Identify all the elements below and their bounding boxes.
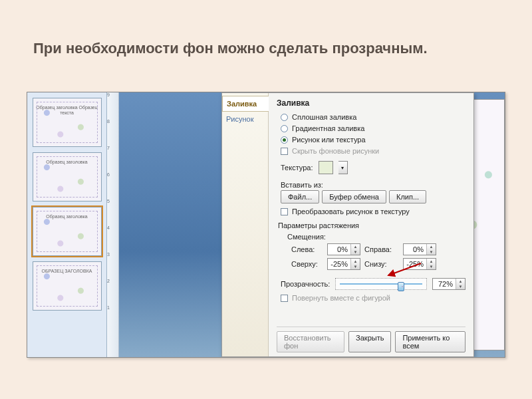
bottom-label: Снизу: bbox=[364, 260, 399, 268]
slide-thumb[interactable]: Образец заголовка Образец текста bbox=[33, 98, 102, 147]
spinner-value: 72% bbox=[433, 280, 456, 288]
spinner-arrows-icon[interactable]: ▲▼ bbox=[350, 259, 360, 269]
radio-icon bbox=[281, 125, 288, 132]
radio-picture-texture[interactable]: Рисунок или текстура bbox=[281, 136, 466, 144]
checkbox-icon bbox=[281, 148, 288, 155]
checkbox-hide-bg[interactable]: Скрыть фоновые рисунки bbox=[281, 147, 466, 155]
spinner-arrows-icon[interactable]: ▲▼ bbox=[426, 259, 436, 269]
texture-label: Текстура: bbox=[281, 164, 313, 172]
radio-label: Градиентная заливка bbox=[292, 124, 364, 132]
right-label: Справа: bbox=[364, 245, 399, 253]
transparency-slider[interactable] bbox=[335, 278, 427, 290]
top-spinner[interactable]: -25% ▲▼ bbox=[327, 258, 360, 270]
spinner-value: -25% bbox=[404, 260, 426, 268]
checkbox-icon bbox=[281, 208, 288, 215]
clipboard-button[interactable]: Буфер обмена bbox=[322, 190, 386, 203]
checkbox-rotate: Повернуть вместе с фигурой bbox=[281, 294, 466, 302]
slide-thumb[interactable]: Образец заголовка bbox=[33, 152, 102, 201]
left-label: Слева: bbox=[291, 245, 323, 253]
apply-all-button[interactable]: Применить ко всем bbox=[395, 331, 466, 352]
checkbox-label: Скрыть фоновые рисунки bbox=[292, 147, 379, 155]
checkbox-label: Преобразовать рисунок в текстуру bbox=[292, 207, 410, 215]
transparency-spinner[interactable]: 72% ▲▼ bbox=[432, 278, 466, 290]
slide-thumb[interactable]: ОБРАЗЕЦ ЗАГОЛОВКА bbox=[33, 261, 102, 311]
spinner-arrows-icon[interactable]: ▲▼ bbox=[456, 279, 465, 289]
format-background-dialog: Заливка Рисунок Заливка Сплошная заливка… bbox=[221, 92, 474, 357]
insert-from-label: Вставить из: bbox=[281, 181, 466, 189]
slide-canvas: вка Заливка Рисунок Заливка Сплошная зал… bbox=[119, 92, 505, 357]
file-button[interactable]: Файл... bbox=[281, 190, 319, 203]
dialog-footer: Восстановить фон Закрыть Применить ко вс… bbox=[277, 327, 466, 352]
spinner-arrows-icon[interactable]: ▲▼ bbox=[426, 244, 436, 255]
right-spinner[interactable]: 0% ▲▼ bbox=[403, 243, 436, 255]
transparency-label: Прозрачность: bbox=[281, 280, 330, 288]
dialog-main: Заливка Сплошная заливка Градиентная зал… bbox=[269, 93, 473, 356]
spinner-value: -25% bbox=[328, 260, 350, 268]
reset-background-button[interactable]: Восстановить фон bbox=[277, 331, 344, 352]
spinner-arrows-icon[interactable]: ▲▼ bbox=[350, 244, 360, 255]
radio-icon bbox=[281, 136, 288, 144]
radio-label: Сплошная заливка bbox=[292, 113, 356, 121]
stretch-params-label: Параметры растяжения bbox=[278, 221, 466, 229]
dialog-sidebar: Заливка Рисунок bbox=[222, 93, 269, 356]
panel-heading: Заливка bbox=[277, 98, 466, 108]
top-label: Сверху: bbox=[291, 260, 323, 268]
slide-thumbnails-pane: Образец заголовка Образец текста Образец… bbox=[27, 92, 107, 357]
checkbox-label: Повернуть вместе с фигурой bbox=[292, 294, 390, 302]
spinner-value: 0% bbox=[328, 245, 350, 253]
clip-button[interactable]: Клип... bbox=[389, 190, 426, 203]
slide-thumb[interactable]: Образец заголовка bbox=[33, 207, 102, 256]
screenshot-region: Образец заголовка Образец текста Образец… bbox=[27, 92, 505, 358]
left-spinner[interactable]: 0% ▲▼ bbox=[327, 243, 360, 255]
close-button[interactable]: Закрыть bbox=[348, 331, 391, 352]
checkbox-tile[interactable]: Преобразовать рисунок в текстуру bbox=[281, 207, 466, 215]
sidebar-tab-fill[interactable]: Заливка bbox=[222, 96, 269, 112]
texture-dropdown[interactable]: ▾ bbox=[338, 161, 348, 174]
bottom-spinner[interactable]: -25% ▲▼ bbox=[403, 258, 436, 270]
radio-gradient-fill[interactable]: Градиентная заливка bbox=[281, 124, 466, 132]
radio-icon bbox=[281, 114, 288, 121]
checkbox-icon bbox=[281, 295, 288, 302]
sidebar-tab-picture[interactable]: Рисунок bbox=[222, 112, 268, 126]
radio-solid-fill[interactable]: Сплошная заливка bbox=[281, 113, 466, 121]
slider-thumb-icon[interactable] bbox=[398, 282, 404, 291]
texture-swatch[interactable] bbox=[319, 161, 333, 174]
vertical-ruler: 987654321 bbox=[107, 92, 119, 357]
offsets-label: Смещения: bbox=[287, 233, 466, 241]
slide-title: При необходимости фон можно сделать проз… bbox=[33, 40, 512, 57]
radio-label: Рисунок или текстура bbox=[292, 136, 366, 144]
spinner-value: 0% bbox=[404, 245, 426, 253]
